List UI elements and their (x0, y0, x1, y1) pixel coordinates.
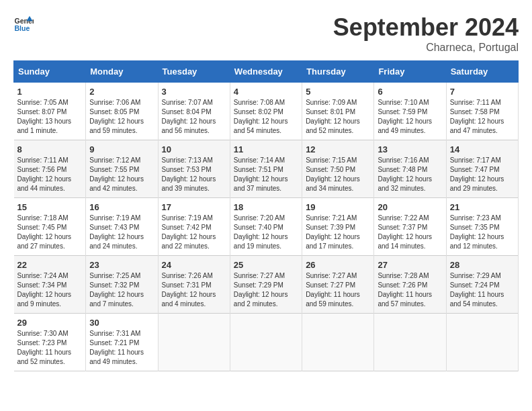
day-number: 22 (17, 260, 83, 270)
location-subtitle: Charneca, Portugal (333, 42, 519, 54)
day-number: 8 (17, 144, 83, 154)
day-info: Sunrise: 7:07 AMSunset: 8:04 PMDaylight:… (162, 99, 216, 134)
day-info: Sunrise: 7:16 AMSunset: 7:48 PMDaylight:… (378, 156, 432, 192)
day-info: Sunrise: 7:05 AMSunset: 8:07 PMDaylight:… (17, 99, 72, 134)
day-number: 21 (450, 202, 515, 212)
day-info: Sunrise: 7:10 AMSunset: 7:59 PMDaylight:… (378, 99, 432, 134)
day-number: 27 (378, 260, 442, 270)
calendar-header-row: Sunday Monday Tuesday Wednesday Thursday… (14, 61, 519, 83)
day-number: 1 (17, 87, 83, 97)
day-info: Sunrise: 7:15 AMSunset: 7:50 PMDaylight:… (306, 156, 360, 192)
calendar-table: Sunday Monday Tuesday Wednesday Thursday… (13, 60, 519, 371)
logo-icon: General Blue (13, 13, 34, 34)
col-wednesday: Wednesday (230, 61, 302, 83)
calendar-cell: 1Sunrise: 7:05 AMSunset: 8:07 PMDaylight… (14, 83, 86, 140)
title-area: September 2024 Charneca, Portugal (333, 13, 519, 54)
day-info: Sunrise: 7:26 AMSunset: 7:31 PMDaylight:… (162, 272, 216, 308)
day-number: 4 (234, 87, 298, 97)
day-info: Sunrise: 7:11 AMSunset: 7:58 PMDaylight:… (450, 99, 504, 134)
calendar-cell: 4Sunrise: 7:08 AMSunset: 8:02 PMDaylight… (230, 83, 302, 140)
day-info: Sunrise: 7:27 AMSunset: 7:27 PMDaylight:… (306, 272, 360, 308)
day-info: Sunrise: 7:29 AMSunset: 7:24 PMDaylight:… (450, 272, 504, 308)
day-info: Sunrise: 7:14 AMSunset: 7:51 PMDaylight:… (234, 156, 288, 192)
day-number: 9 (89, 144, 154, 154)
calendar-cell: 19Sunrise: 7:21 AMSunset: 7:39 PMDayligh… (302, 198, 374, 256)
calendar-week-row: 29Sunrise: 7:30 AMSunset: 7:23 PMDayligh… (14, 314, 519, 371)
day-info: Sunrise: 7:21 AMSunset: 7:39 PMDaylight:… (306, 214, 360, 250)
calendar-week-row: 22Sunrise: 7:24 AMSunset: 7:34 PMDayligh… (14, 256, 519, 314)
day-number: 12 (306, 144, 370, 154)
day-info: Sunrise: 7:20 AMSunset: 7:40 PMDaylight:… (234, 214, 288, 250)
day-info: Sunrise: 7:22 AMSunset: 7:37 PMDaylight:… (378, 214, 432, 250)
calendar-cell: 17Sunrise: 7:19 AMSunset: 7:42 PMDayligh… (158, 198, 230, 256)
day-number: 3 (162, 87, 226, 97)
col-monday: Monday (86, 61, 158, 83)
day-info: Sunrise: 7:19 AMSunset: 7:43 PMDaylight:… (89, 214, 144, 250)
day-number: 30 (89, 318, 154, 328)
calendar-cell: 9Sunrise: 7:12 AMSunset: 7:55 PMDaylight… (86, 140, 158, 198)
calendar-cell: 2Sunrise: 7:06 AMSunset: 8:05 PMDaylight… (86, 83, 158, 140)
calendar-cell: 21Sunrise: 7:23 AMSunset: 7:35 PMDayligh… (446, 198, 518, 256)
day-info: Sunrise: 7:30 AMSunset: 7:23 PMDaylight:… (17, 330, 72, 365)
calendar-cell (230, 314, 302, 371)
day-info: Sunrise: 7:18 AMSunset: 7:45 PMDaylight:… (17, 214, 72, 250)
day-number: 6 (378, 87, 442, 97)
day-number: 14 (450, 144, 515, 154)
calendar-week-row: 1Sunrise: 7:05 AMSunset: 8:07 PMDaylight… (14, 83, 519, 140)
day-info: Sunrise: 7:31 AMSunset: 7:21 PMDaylight:… (89, 330, 144, 365)
day-info: Sunrise: 7:23 AMSunset: 7:35 PMDaylight:… (450, 214, 504, 250)
calendar-cell: 26Sunrise: 7:27 AMSunset: 7:27 PMDayligh… (302, 256, 374, 314)
calendar-cell: 18Sunrise: 7:20 AMSunset: 7:40 PMDayligh… (230, 198, 302, 256)
day-number: 16 (89, 202, 154, 212)
calendar-week-row: 15Sunrise: 7:18 AMSunset: 7:45 PMDayligh… (14, 198, 519, 256)
calendar-cell: 25Sunrise: 7:27 AMSunset: 7:29 PMDayligh… (230, 256, 302, 314)
day-info: Sunrise: 7:24 AMSunset: 7:34 PMDaylight:… (17, 272, 72, 308)
day-info: Sunrise: 7:28 AMSunset: 7:26 PMDaylight:… (378, 272, 432, 308)
calendar-cell: 23Sunrise: 7:25 AMSunset: 7:32 PMDayligh… (86, 256, 158, 314)
calendar-cell (158, 314, 230, 371)
day-number: 19 (306, 202, 370, 212)
calendar-cell (446, 314, 518, 371)
calendar-cell: 29Sunrise: 7:30 AMSunset: 7:23 PMDayligh… (14, 314, 86, 371)
day-number: 2 (89, 87, 154, 97)
col-friday: Friday (374, 61, 446, 83)
svg-text:Blue: Blue (15, 24, 30, 32)
col-thursday: Thursday (302, 61, 374, 83)
calendar-cell: 15Sunrise: 7:18 AMSunset: 7:45 PMDayligh… (14, 198, 86, 256)
day-number: 15 (17, 202, 83, 212)
calendar-cell: 22Sunrise: 7:24 AMSunset: 7:34 PMDayligh… (14, 256, 86, 314)
month-title: September 2024 (333, 13, 519, 42)
calendar-cell: 5Sunrise: 7:09 AMSunset: 8:01 PMDaylight… (302, 83, 374, 140)
calendar-cell: 16Sunrise: 7:19 AMSunset: 7:43 PMDayligh… (86, 198, 158, 256)
day-info: Sunrise: 7:11 AMSunset: 7:56 PMDaylight:… (17, 156, 72, 192)
calendar-cell: 10Sunrise: 7:13 AMSunset: 7:53 PMDayligh… (158, 140, 230, 198)
day-info: Sunrise: 7:06 AMSunset: 8:05 PMDaylight:… (89, 99, 144, 134)
day-number: 25 (234, 260, 298, 270)
calendar-cell: 6Sunrise: 7:10 AMSunset: 7:59 PMDaylight… (374, 83, 446, 140)
calendar-cell (374, 314, 446, 371)
calendar-cell (302, 314, 374, 371)
day-number: 18 (234, 202, 298, 212)
calendar-body: 1Sunrise: 7:05 AMSunset: 8:07 PMDaylight… (14, 83, 519, 371)
day-info: Sunrise: 7:25 AMSunset: 7:32 PMDaylight:… (89, 272, 144, 308)
day-number: 7 (450, 87, 515, 97)
calendar-cell: 28Sunrise: 7:29 AMSunset: 7:24 PMDayligh… (446, 256, 518, 314)
calendar-week-row: 8Sunrise: 7:11 AMSunset: 7:56 PMDaylight… (14, 140, 519, 198)
calendar-cell: 12Sunrise: 7:15 AMSunset: 7:50 PMDayligh… (302, 140, 374, 198)
day-number: 17 (162, 202, 226, 212)
calendar-cell: 14Sunrise: 7:17 AMSunset: 7:47 PMDayligh… (446, 140, 518, 198)
page-header: General Blue September 2024 Charneca, Po… (13, 13, 519, 54)
day-number: 26 (306, 260, 370, 270)
day-number: 20 (378, 202, 442, 212)
calendar-cell: 30Sunrise: 7:31 AMSunset: 7:21 PMDayligh… (86, 314, 158, 371)
col-tuesday: Tuesday (158, 61, 230, 83)
day-number: 24 (162, 260, 226, 270)
day-number: 13 (378, 144, 442, 154)
day-number: 28 (450, 260, 515, 270)
day-number: 5 (306, 87, 370, 97)
day-info: Sunrise: 7:09 AMSunset: 8:01 PMDaylight:… (306, 99, 360, 134)
calendar-cell: 7Sunrise: 7:11 AMSunset: 7:58 PMDaylight… (446, 83, 518, 140)
day-info: Sunrise: 7:08 AMSunset: 8:02 PMDaylight:… (234, 99, 288, 134)
calendar-cell: 8Sunrise: 7:11 AMSunset: 7:56 PMDaylight… (14, 140, 86, 198)
day-info: Sunrise: 7:12 AMSunset: 7:55 PMDaylight:… (89, 156, 144, 192)
